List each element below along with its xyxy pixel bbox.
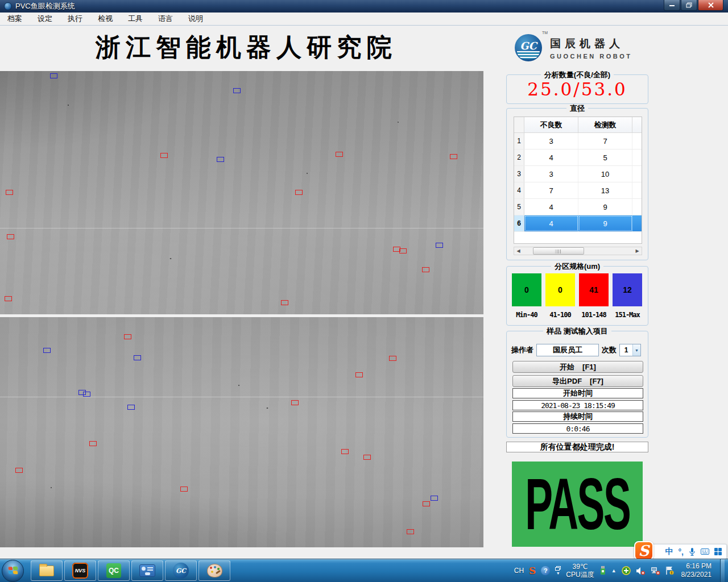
result-indicator: PASS: [512, 462, 643, 547]
menu-tools[interactable]: 工具: [125, 13, 146, 25]
cell-detected-count[interactable]: 5: [578, 149, 632, 165]
table-horizontal-scrollbar[interactable]: ◀ ▶: [514, 247, 642, 255]
ime-window-icon[interactable]: ▾: [555, 566, 561, 575]
ime-mode-chinese[interactable]: 中: [665, 547, 673, 557]
status-message: 所有位置都处理完成!: [506, 442, 648, 452]
taskbar-app-display[interactable]: [131, 560, 163, 581]
defect-marker: [355, 372, 363, 377]
row-index: 2: [514, 149, 524, 165]
menu-settings[interactable]: 设定: [35, 13, 55, 25]
cell-bad-count[interactable]: 4: [524, 199, 578, 215]
sogou-logo-icon[interactable]: S: [634, 541, 653, 560]
logo-tm: TM: [542, 31, 548, 35]
windows-logo-icon: [8, 566, 18, 575]
defect-marker: [160, 153, 168, 158]
table-row[interactable]: 3310: [514, 166, 642, 182]
chevron-down-icon[interactable]: ▼: [632, 344, 640, 356]
menu-view[interactable]: 检视: [95, 13, 115, 25]
defect-marker: [363, 455, 371, 460]
sample-input-group: 样品 测试输入项目 操作者 次数 1 ▼ 开始[F1] 导出PDF[F7] 开始…: [506, 331, 648, 438]
menu-run[interactable]: 执行: [65, 13, 85, 25]
stitch-seam: [0, 397, 483, 397]
scrollbar-thumb[interactable]: [533, 247, 584, 255]
ime-menu-icon[interactable]: [714, 548, 722, 555]
cell-detected-count[interactable]: 10: [578, 166, 632, 182]
defect-marker: [134, 355, 141, 360]
cell-bad-count[interactable]: 3: [524, 133, 578, 149]
table-row[interactable]: 4713: [514, 182, 642, 199]
cell-detected-count[interactable]: 9: [578, 215, 632, 231]
defect-marker: [50, 73, 57, 78]
logo-name-en: GUOCHEN ROBOT: [550, 53, 632, 60]
count-dropdown[interactable]: 1 ▼: [619, 344, 641, 356]
partition-bin-range: 101-148: [579, 311, 609, 319]
table-row[interactable]: 649: [514, 215, 642, 232]
help-tray-icon[interactable]: ?: [541, 566, 550, 575]
cell-detected-count[interactable]: 9: [578, 199, 632, 215]
start-button[interactable]: 开始[F1]: [512, 361, 643, 373]
menu-language[interactable]: 语言: [155, 13, 176, 25]
result-text: PASS: [525, 468, 630, 540]
scroll-right-icon[interactable]: ▶: [633, 247, 642, 255]
export-pdf-button[interactable]: 导出PDF[F7]: [512, 375, 643, 387]
sogou-tray-icon[interactable]: S: [529, 565, 536, 576]
menu-file[interactable]: 档案: [5, 13, 25, 25]
start-time-header: 开始时间: [512, 388, 643, 398]
taskbar-app-paint[interactable]: [198, 560, 230, 581]
security-status-icon[interactable]: [622, 566, 631, 575]
show-desktop-button[interactable]: [720, 559, 725, 582]
soft-keyboard-icon[interactable]: [701, 548, 709, 555]
defect-marker: [436, 243, 443, 248]
close-button[interactable]: [698, 0, 723, 11]
camera-view-top: [0, 71, 483, 314]
table-row[interactable]: 137: [514, 133, 642, 149]
table-row[interactable]: 549: [514, 199, 642, 215]
cell-bad-count[interactable]: 3: [524, 166, 578, 182]
defect-marker: [281, 300, 288, 305]
taskbar-app-guochen[interactable]: GC: [165, 560, 197, 581]
qc-app-icon: QC: [106, 563, 121, 578]
restore-button[interactable]: [681, 0, 697, 11]
table-row[interactable]: 245: [514, 149, 642, 166]
column-header-detected[interactable]: 检测数: [578, 117, 632, 132]
logo-name-cn: 国辰机器人: [550, 36, 632, 51]
volume-muted-icon[interactable]: [636, 567, 646, 575]
minimize-button[interactable]: [664, 0, 680, 11]
diameter-table[interactable]: 不良数 检测数 13724533104713549649: [514, 117, 642, 244]
cell-bad-count[interactable]: 4: [524, 215, 578, 231]
row-index: 1: [514, 133, 524, 149]
scroll-left-icon[interactable]: ◀: [514, 247, 523, 255]
microphone-icon[interactable]: [689, 547, 696, 556]
partition-bin-range: 151-Max: [613, 311, 642, 319]
defect-marker: [83, 392, 90, 397]
column-header-bad[interactable]: 不良数: [524, 117, 578, 132]
analysis-count-group: 分析数量(不良/全部) 25.0/53.0: [506, 74, 648, 104]
language-indicator[interactable]: CH: [514, 567, 524, 575]
partition-bin-count: 41: [579, 273, 609, 306]
cell-detected-count[interactable]: 7: [578, 133, 632, 149]
table-corner-cell: [514, 117, 524, 132]
row-index: 3: [514, 166, 524, 182]
taskbar-app-qc[interactable]: QC: [98, 560, 130, 581]
cell-bad-count[interactable]: 4: [524, 149, 578, 165]
clock[interactable]: 6:16 PM 8/23/2021: [681, 562, 712, 579]
start-button-orb[interactable]: [2, 560, 24, 582]
operator-input[interactable]: [536, 344, 599, 356]
usb-device-icon[interactable]: [599, 566, 606, 575]
taskbar-app-explorer[interactable]: [31, 560, 63, 581]
logo-mark-icon: GC TM: [515, 33, 544, 63]
count-label: 次数: [602, 345, 617, 355]
taskbar-app-nvs[interactable]: NVS: [64, 560, 96, 581]
punctuation-icon[interactable]: °,: [679, 547, 684, 556]
cell-bad-count[interactable]: 7: [524, 182, 578, 198]
network-disconnected-icon[interactable]: [651, 567, 660, 575]
cpu-temperature[interactable]: 39℃ CPU温度: [566, 563, 594, 579]
cell-detected-count[interactable]: 13: [578, 182, 632, 198]
defect-marker: [407, 529, 414, 534]
menu-help[interactable]: 说明: [185, 13, 206, 25]
show-hidden-icons[interactable]: ▲: [611, 568, 617, 573]
defect-marker: [124, 334, 131, 339]
action-center-flag-icon[interactable]: [665, 566, 674, 575]
scrollbar-track[interactable]: [523, 247, 633, 255]
title-bar: PVC鱼眼检测系统: [0, 0, 728, 13]
